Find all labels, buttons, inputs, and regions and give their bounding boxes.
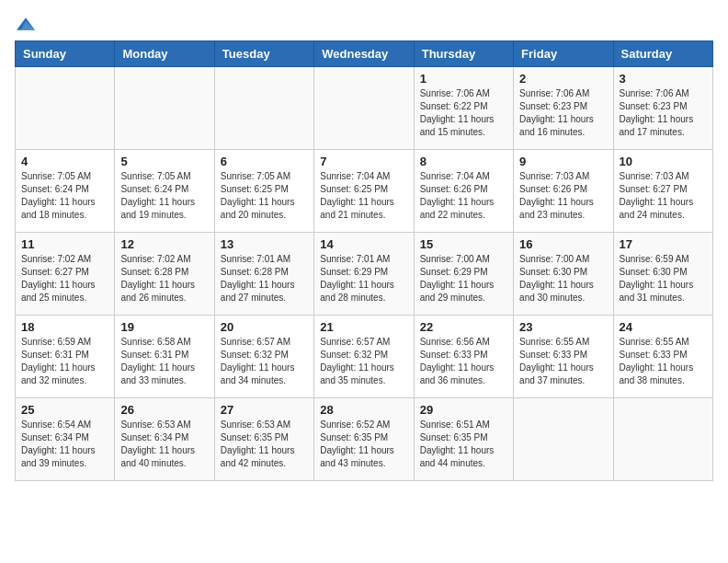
- day-info: Sunrise: 7:06 AM Sunset: 6:23 PM Dayligh…: [519, 87, 607, 139]
- day-number: 3: [620, 72, 707, 86]
- calendar-day-cell: 22Sunrise: 6:56 AM Sunset: 6:33 PM Dayli…: [414, 316, 513, 398]
- calendar-day-cell: [115, 67, 214, 150]
- weekday-header-cell: Monday: [115, 41, 214, 67]
- weekday-header-cell: Sunday: [16, 41, 115, 67]
- day-info: Sunrise: 6:59 AM Sunset: 6:31 PM Dayligh…: [21, 336, 108, 387]
- day-number: 21: [320, 320, 407, 334]
- day-number: 11: [21, 237, 108, 251]
- day-info: Sunrise: 7:04 AM Sunset: 6:25 PM Dayligh…: [320, 170, 407, 222]
- calendar-day-cell: 3Sunrise: 7:06 AM Sunset: 6:23 PM Daylig…: [613, 67, 712, 150]
- calendar-day-cell: 26Sunrise: 6:53 AM Sunset: 6:34 PM Dayli…: [115, 398, 214, 481]
- calendar-day-cell: [16, 67, 115, 150]
- weekday-header-cell: Friday: [514, 41, 613, 67]
- day-number: 12: [120, 237, 208, 251]
- calendar-day-cell: 10Sunrise: 7:03 AM Sunset: 6:27 PM Dayli…: [613, 150, 712, 233]
- day-info: Sunrise: 7:01 AM Sunset: 6:29 PM Dayligh…: [320, 253, 407, 304]
- day-number: 16: [519, 237, 607, 251]
- day-info: Sunrise: 7:00 AM Sunset: 6:29 PM Dayligh…: [420, 253, 507, 304]
- day-info: Sunrise: 6:59 AM Sunset: 6:30 PM Dayligh…: [620, 253, 707, 304]
- calendar-day-cell: 25Sunrise: 6:54 AM Sunset: 6:34 PM Dayli…: [16, 398, 115, 481]
- calendar-day-cell: 5Sunrise: 7:05 AM Sunset: 6:24 PM Daylig…: [115, 150, 214, 233]
- day-number: 18: [21, 320, 108, 334]
- calendar-week-row: 1Sunrise: 7:06 AM Sunset: 6:22 PM Daylig…: [16, 67, 713, 150]
- calendar-day-cell: 17Sunrise: 6:59 AM Sunset: 6:30 PM Dayli…: [613, 233, 712, 316]
- day-number: 10: [620, 155, 707, 168]
- day-info: Sunrise: 6:57 AM Sunset: 6:32 PM Dayligh…: [221, 336, 308, 387]
- day-number: 4: [21, 155, 108, 168]
- calendar-day-cell: 23Sunrise: 6:55 AM Sunset: 6:33 PM Dayli…: [514, 316, 613, 398]
- calendar-day-cell: 9Sunrise: 7:03 AM Sunset: 6:26 PM Daylig…: [514, 150, 613, 233]
- day-info: Sunrise: 7:05 AM Sunset: 6:24 PM Dayligh…: [21, 170, 108, 222]
- day-number: 23: [519, 320, 607, 334]
- day-number: 7: [320, 155, 407, 168]
- calendar-day-cell: 29Sunrise: 6:51 AM Sunset: 6:35 PM Dayli…: [414, 398, 513, 481]
- calendar-day-cell: 15Sunrise: 7:00 AM Sunset: 6:29 PM Dayli…: [414, 233, 513, 316]
- day-info: Sunrise: 7:06 AM Sunset: 6:22 PM Dayligh…: [420, 87, 507, 139]
- calendar-day-cell: 21Sunrise: 6:57 AM Sunset: 6:32 PM Dayli…: [314, 316, 414, 398]
- day-info: Sunrise: 6:51 AM Sunset: 6:35 PM Dayligh…: [420, 419, 507, 470]
- day-info: Sunrise: 6:58 AM Sunset: 6:31 PM Dayligh…: [120, 336, 208, 387]
- calendar-day-cell: 14Sunrise: 7:01 AM Sunset: 6:29 PM Dayli…: [314, 233, 414, 316]
- day-info: Sunrise: 7:05 AM Sunset: 6:24 PM Dayligh…: [120, 170, 208, 222]
- calendar-day-cell: 13Sunrise: 7:01 AM Sunset: 6:28 PM Dayli…: [214, 233, 313, 316]
- day-number: 14: [320, 237, 407, 251]
- calendar-day-cell: 8Sunrise: 7:04 AM Sunset: 6:26 PM Daylig…: [414, 150, 513, 233]
- weekday-header-cell: Thursday: [414, 41, 513, 67]
- day-info: Sunrise: 6:53 AM Sunset: 6:34 PM Dayligh…: [120, 419, 208, 470]
- day-info: Sunrise: 7:03 AM Sunset: 6:26 PM Dayligh…: [519, 170, 607, 222]
- day-number: 19: [120, 320, 208, 334]
- day-info: Sunrise: 7:02 AM Sunset: 6:27 PM Dayligh…: [21, 253, 108, 304]
- day-info: Sunrise: 6:56 AM Sunset: 6:33 PM Dayligh…: [420, 336, 507, 387]
- day-number: 15: [420, 237, 507, 251]
- weekday-header-cell: Saturday: [613, 41, 712, 67]
- day-info: Sunrise: 7:03 AM Sunset: 6:27 PM Dayligh…: [620, 170, 707, 222]
- day-info: Sunrise: 7:02 AM Sunset: 6:28 PM Dayligh…: [120, 253, 208, 304]
- day-number: 5: [120, 155, 208, 168]
- page-header: [15, 15, 713, 33]
- calendar-week-row: 11Sunrise: 7:02 AM Sunset: 6:27 PM Dayli…: [16, 233, 713, 316]
- day-number: 9: [519, 155, 607, 168]
- calendar-day-cell: 27Sunrise: 6:53 AM Sunset: 6:35 PM Dayli…: [214, 398, 313, 481]
- weekday-header-cell: Tuesday: [214, 41, 313, 67]
- day-number: 2: [519, 72, 607, 86]
- logo-icon: [17, 15, 35, 33]
- calendar-body: 1Sunrise: 7:06 AM Sunset: 6:22 PM Daylig…: [16, 67, 713, 481]
- day-info: Sunrise: 6:55 AM Sunset: 6:33 PM Dayligh…: [519, 336, 607, 387]
- day-number: 27: [221, 403, 308, 417]
- calendar-week-row: 18Sunrise: 6:59 AM Sunset: 6:31 PM Dayli…: [16, 316, 713, 398]
- calendar-day-cell: [314, 67, 414, 150]
- calendar-day-cell: 20Sunrise: 6:57 AM Sunset: 6:32 PM Dayli…: [214, 316, 313, 398]
- day-info: Sunrise: 6:55 AM Sunset: 6:33 PM Dayligh…: [620, 336, 707, 387]
- calendar-table: SundayMondayTuesdayWednesdayThursdayFrid…: [15, 40, 713, 481]
- calendar-day-cell: 4Sunrise: 7:05 AM Sunset: 6:24 PM Daylig…: [16, 150, 115, 233]
- calendar-day-cell: [613, 398, 712, 481]
- calendar-day-cell: 18Sunrise: 6:59 AM Sunset: 6:31 PM Dayli…: [16, 316, 115, 398]
- day-info: Sunrise: 6:53 AM Sunset: 6:35 PM Dayligh…: [221, 419, 308, 470]
- day-number: 24: [620, 320, 707, 334]
- day-info: Sunrise: 6:57 AM Sunset: 6:32 PM Dayligh…: [320, 336, 407, 387]
- calendar-day-cell: 19Sunrise: 6:58 AM Sunset: 6:31 PM Dayli…: [115, 316, 214, 398]
- weekday-header-cell: Wednesday: [314, 41, 414, 67]
- day-number: 25: [21, 403, 108, 417]
- calendar-day-cell: 24Sunrise: 6:55 AM Sunset: 6:33 PM Dayli…: [613, 316, 712, 398]
- day-info: Sunrise: 7:05 AM Sunset: 6:25 PM Dayligh…: [221, 170, 308, 222]
- calendar-day-cell: 6Sunrise: 7:05 AM Sunset: 6:25 PM Daylig…: [214, 150, 313, 233]
- day-number: 29: [420, 403, 507, 417]
- weekday-header-row: SundayMondayTuesdayWednesdayThursdayFrid…: [16, 41, 713, 67]
- calendar-day-cell: 11Sunrise: 7:02 AM Sunset: 6:27 PM Dayli…: [16, 233, 115, 316]
- calendar-week-row: 4Sunrise: 7:05 AM Sunset: 6:24 PM Daylig…: [16, 150, 713, 233]
- calendar-day-cell: [214, 67, 313, 150]
- calendar-day-cell: 16Sunrise: 7:00 AM Sunset: 6:30 PM Dayli…: [514, 233, 613, 316]
- day-number: 6: [221, 155, 308, 168]
- day-info: Sunrise: 6:52 AM Sunset: 6:35 PM Dayligh…: [320, 419, 407, 470]
- calendar-day-cell: 28Sunrise: 6:52 AM Sunset: 6:35 PM Dayli…: [314, 398, 414, 481]
- calendar-day-cell: 1Sunrise: 7:06 AM Sunset: 6:22 PM Daylig…: [414, 67, 513, 150]
- calendar-week-row: 25Sunrise: 6:54 AM Sunset: 6:34 PM Dayli…: [16, 398, 713, 481]
- day-info: Sunrise: 6:54 AM Sunset: 6:34 PM Dayligh…: [21, 419, 108, 470]
- calendar-day-cell: 12Sunrise: 7:02 AM Sunset: 6:28 PM Dayli…: [115, 233, 214, 316]
- day-number: 17: [620, 237, 707, 251]
- logo: [15, 15, 35, 33]
- day-number: 26: [120, 403, 208, 417]
- day-number: 22: [420, 320, 507, 334]
- day-info: Sunrise: 7:01 AM Sunset: 6:28 PM Dayligh…: [221, 253, 308, 304]
